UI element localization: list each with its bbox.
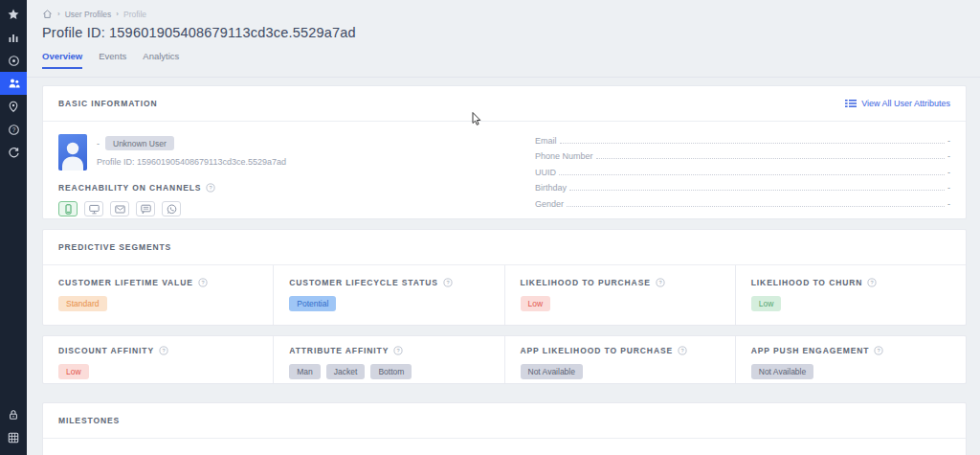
- field-label: Birthday: [535, 183, 567, 193]
- segment-customer-lifecycle-status: CUSTOMER LIFECYCLE STATUS? Potential: [273, 265, 503, 325]
- predictive-segments-card-row2: DISCOUNT AFFINITY? Low ATTRIBUTE AFFINIT…: [42, 335, 967, 384]
- field-label: Gender: [535, 199, 564, 209]
- breadcrumb-separator: ›: [116, 10, 119, 18]
- segment-app-likelihood-to-purchase: APP LIKELIHOOD TO PURCHASE? Not Availabl…: [504, 336, 735, 383]
- status-badge: Not Available: [751, 364, 813, 379]
- status-badge: Potential: [289, 296, 336, 311]
- status-badge: Jacket: [326, 364, 366, 379]
- channel-web-push-icon: [84, 201, 103, 216]
- help-icon[interactable]: ?: [678, 346, 687, 355]
- milestones-title: MILESTONES: [58, 416, 120, 425]
- view-all-user-attributes-link[interactable]: View All User Attributes: [845, 99, 950, 108]
- svg-text:?: ?: [658, 280, 661, 285]
- tab-overview[interactable]: Overview: [42, 51, 82, 69]
- dotted-leader: [559, 167, 945, 175]
- predictive-segments-title: PREDICTIVE SEGMENTS: [58, 242, 171, 252]
- segment-label: CUSTOMER LIFECYCLE STATUS: [289, 278, 438, 287]
- sidebar-item-user-profiles[interactable]: [0, 72, 27, 95]
- page-title: Profile ID: 159601905408679113cd3ce.5529…: [42, 25, 980, 40]
- field-uuid: UUID-: [535, 167, 950, 182]
- field-birthday: Birthday-: [535, 182, 950, 197]
- svg-text:?: ?: [871, 280, 874, 285]
- star-icon: [8, 9, 19, 20]
- basic-information-card: BASIC INFORMATION View All User Attribut…: [42, 85, 967, 219]
- tab-analytics[interactable]: Analytics: [143, 51, 179, 69]
- reachability-channels: [58, 201, 479, 216]
- reachability-title: REACHABILITY ON CHANNELS: [58, 183, 201, 193]
- sidebar: ?: [0, 0, 27, 455]
- lock-icon: [8, 409, 19, 421]
- help-icon[interactable]: ?: [159, 346, 168, 355]
- segment-label: DISCOUNT AFFINITY: [58, 346, 154, 355]
- user-profiles-icon: [8, 78, 20, 89]
- segment-label: LIKELIHOOD TO PURCHASE: [521, 278, 651, 287]
- segment-customer-lifetime-value: CUSTOMER LIFETIME VALUE? Standard: [43, 265, 273, 325]
- help-icon[interactable]: ?: [867, 278, 877, 287]
- svg-text:?: ?: [11, 125, 15, 132]
- help-icon[interactable]: ?: [656, 278, 665, 287]
- field-value: -: [947, 199, 950, 209]
- help-icon[interactable]: ?: [874, 346, 883, 355]
- field-label: Email: [535, 136, 557, 146]
- field-phone-number: Phone Number-: [535, 150, 950, 166]
- help-icon[interactable]: ?: [443, 278, 453, 287]
- svg-text:?: ?: [201, 280, 204, 285]
- sidebar-item-help[interactable]: ?: [0, 118, 27, 141]
- list-icon: [845, 99, 857, 108]
- location-pin-icon: [8, 101, 19, 113]
- channel-email-icon: [110, 201, 129, 216]
- status-badge: Standard: [58, 296, 107, 311]
- user-attribute-fields: Email- Phone Number- UUID- Birthday- Gen: [535, 134, 950, 218]
- home-icon[interactable]: [42, 9, 53, 19]
- refresh-icon: [8, 147, 20, 159]
- milestones-header: MILESTONES: [43, 403, 966, 439]
- apps-grid-icon: [8, 432, 19, 444]
- unknown-user-badge: Unknown User: [105, 136, 174, 150]
- help-icon[interactable]: ?: [206, 183, 215, 193]
- channel-mobile-push-icon: [58, 201, 78, 216]
- help-icon[interactable]: ?: [198, 278, 208, 287]
- field-value: -: [947, 136, 950, 146]
- breadcrumb: › User Profiles › Profile: [42, 0, 980, 19]
- app-window: ? › User Profiles › Profile Prof: [0, 0, 980, 455]
- profile-summary: - Unknown User Profile ID: 1596019054086…: [58, 134, 479, 218]
- milestones-body: [43, 439, 966, 455]
- basic-information-body: - Unknown User Profile ID: 1596019054086…: [43, 122, 966, 218]
- breadcrumb-profile: Profile: [123, 10, 146, 19]
- view-all-label: View All User Attributes: [861, 99, 950, 108]
- sidebar-item-refresh[interactable]: [0, 141, 27, 164]
- tab-events[interactable]: Events: [99, 51, 126, 69]
- sidebar-item-security[interactable]: [0, 403, 27, 426]
- dotted-leader: [560, 135, 945, 144]
- help-icon[interactable]: ?: [393, 346, 403, 355]
- dotted-leader: [567, 198, 945, 207]
- avatar: [58, 134, 87, 171]
- sidebar-item-geofence[interactable]: [0, 95, 27, 118]
- sidebar-item-analytics[interactable]: [0, 26, 27, 49]
- svg-text:?: ?: [681, 348, 684, 353]
- predictive-segments-header: PREDICTIVE SEGMENTS: [43, 230, 966, 265]
- channel-sms-icon: [136, 201, 155, 216]
- field-gender: Gender-: [535, 198, 950, 214]
- main-area: › User Profiles › Profile Profile ID: 15…: [27, 0, 980, 455]
- segment-label: LIKELIHOOD TO CHURN: [751, 278, 863, 287]
- target-icon: [8, 55, 20, 67]
- svg-text:?: ?: [878, 348, 880, 353]
- sidebar-item-favorites[interactable]: [0, 3, 27, 26]
- sidebar-item-targeting[interactable]: [0, 49, 27, 72]
- segment-app-push-engagement: APP PUSH ENGAGEMENT? Not Available: [735, 336, 966, 383]
- segments-row-2: DISCOUNT AFFINITY? Low ATTRIBUTE AFFINIT…: [43, 336, 966, 383]
- segment-attribute-affinity: ATTRIBUTE AFFINITY? Man Jacket Bottom: [273, 336, 503, 383]
- profile-meta: - Unknown User Profile ID: 1596019054086…: [97, 134, 286, 171]
- svg-text:?: ?: [162, 348, 165, 353]
- segment-label: ATTRIBUTE AFFINITY: [289, 346, 389, 355]
- breadcrumb-user-profiles[interactable]: User Profiles: [65, 10, 112, 19]
- sidebar-item-apps[interactable]: [0, 426, 27, 449]
- field-value: -: [947, 183, 950, 193]
- profile-id-line: Profile ID: 159601905408679113cd3ce.5529…: [97, 157, 286, 167]
- svg-text:?: ?: [210, 185, 212, 191]
- svg-text:?: ?: [446, 280, 449, 285]
- bar-chart-icon: [8, 32, 19, 43]
- segment-label: APP PUSH ENGAGEMENT: [751, 346, 870, 355]
- segment-label: CUSTOMER LIFETIME VALUE: [58, 278, 193, 287]
